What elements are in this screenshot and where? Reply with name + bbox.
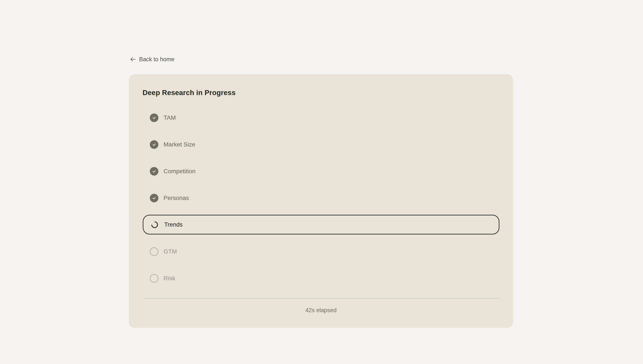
task-label: GTM: [164, 247, 177, 256]
task-row-competition: Competition: [129, 167, 513, 176]
task-label: Personas: [164, 194, 189, 202]
task-label: Trends: [164, 221, 183, 228]
research-progress-card: Deep Research in Progress TAM Market Siz…: [129, 74, 513, 328]
task-label: Risk: [164, 274, 175, 283]
task-row-tam: TAM: [129, 114, 513, 122]
task-row-trends-active: Trends: [143, 215, 499, 234]
check-circle-icon: [150, 167, 158, 176]
check-circle-icon: [150, 194, 158, 202]
task-row-personas: Personas: [129, 194, 513, 202]
check-circle-icon: [150, 140, 158, 149]
divider: [143, 298, 499, 299]
elapsed-time: 42s elapsed: [129, 306, 513, 314]
back-arrow-icon: [130, 56, 136, 62]
task-row-risk: Risk: [129, 274, 513, 283]
task-row-gtm: GTM: [129, 247, 513, 256]
check-circle-icon: [150, 114, 158, 122]
back-to-home-label: Back to home: [139, 56, 174, 63]
pending-circle-icon: [150, 274, 158, 283]
back-to-home-link[interactable]: Back to home: [130, 56, 174, 63]
task-label: Market Size: [164, 140, 195, 149]
spinner-icon: [150, 220, 159, 229]
pending-circle-icon: [150, 247, 158, 256]
task-label: TAM: [164, 114, 176, 122]
card-title: Deep Research in Progress: [143, 88, 235, 97]
task-label: Competition: [164, 167, 195, 176]
task-row-market-size: Market Size: [129, 140, 513, 149]
